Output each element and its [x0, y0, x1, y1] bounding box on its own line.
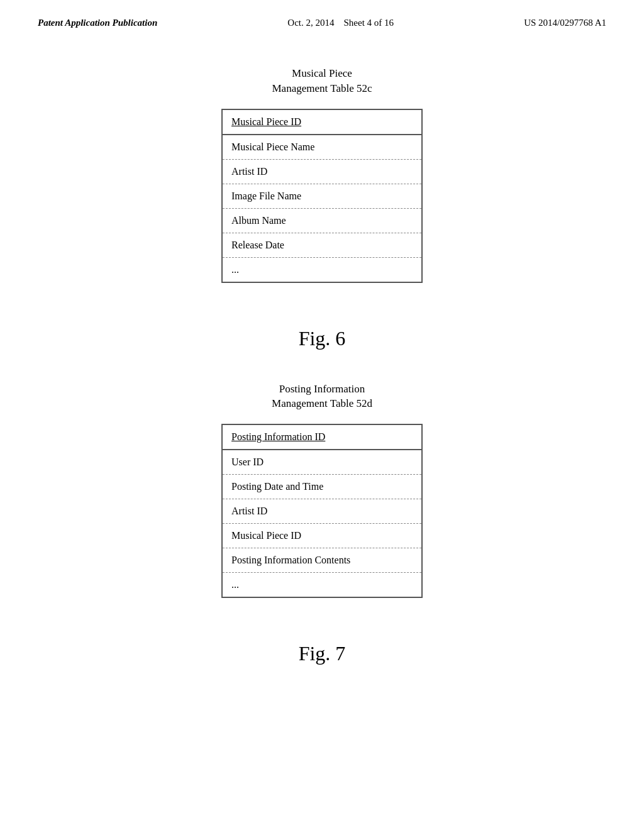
fig6-title-line2: Management Table 52c — [272, 82, 372, 94]
table-row: Musical Piece ID — [223, 110, 421, 135]
table-row: ... — [223, 573, 421, 597]
fig7-section: Posting Information Management Table 52d… — [221, 382, 423, 599]
table-row: Artist ID — [223, 499, 421, 524]
page-content: Musical Piece Management Table 52c Music… — [0, 41, 644, 722]
fig7-table: Posting Information ID User ID Posting D… — [221, 424, 423, 598]
fig6-section: Musical Piece Management Table 52c Music… — [221, 66, 423, 283]
fig7-title-line1: Posting Information — [279, 383, 365, 395]
header-date-sheet: Oct. 2, 2014 Sheet 4 of 16 — [287, 18, 394, 28]
table-row: Image File Name — [223, 184, 421, 209]
header-sheet: Sheet 4 of 16 — [344, 18, 394, 28]
fig7-title-line2: Management Table 52d — [272, 397, 372, 409]
fig7-label: Fig. 7 — [299, 642, 346, 665]
fig6-title-line1: Musical Piece — [292, 67, 352, 79]
table-row: Album Name — [223, 209, 421, 233]
header-date: Oct. 2, 2014 — [287, 18, 334, 28]
table-row: Artist ID — [223, 160, 421, 184]
page-header: Patent Application Publication Oct. 2, 2… — [0, 0, 644, 41]
table-row: Posting Date and Time — [223, 475, 421, 499]
fig7-title: Posting Information Management Table 52d — [272, 382, 372, 412]
table-row: Release Date — [223, 233, 421, 258]
fig6-title: Musical Piece Management Table 52c — [272, 66, 372, 96]
header-publication-label: Patent Application Publication — [38, 18, 157, 28]
table-row: Posting Information Contents — [223, 548, 421, 573]
table-row: Posting Information ID — [223, 425, 421, 450]
table-row: Musical Piece ID — [223, 524, 421, 548]
table-row: User ID — [223, 450, 421, 475]
table-row: Musical Piece Name — [223, 135, 421, 160]
fig6-table: Musical Piece ID Musical Piece Name Arti… — [221, 109, 423, 283]
header-patent-number: US 2014/0297768 A1 — [524, 18, 606, 28]
table-row: ... — [223, 258, 421, 282]
fig6-label: Fig. 6 — [299, 327, 346, 350]
